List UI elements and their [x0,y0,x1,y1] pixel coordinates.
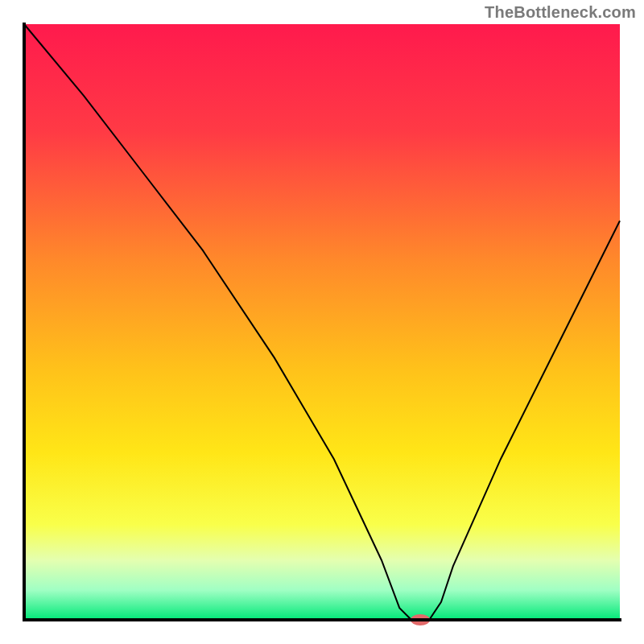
bottleneck-chart [0,0,644,644]
plot-background [24,24,620,620]
watermark-text: TheBottleneck.com [485,3,636,22]
chart-container: TheBottleneck.com [0,0,644,644]
